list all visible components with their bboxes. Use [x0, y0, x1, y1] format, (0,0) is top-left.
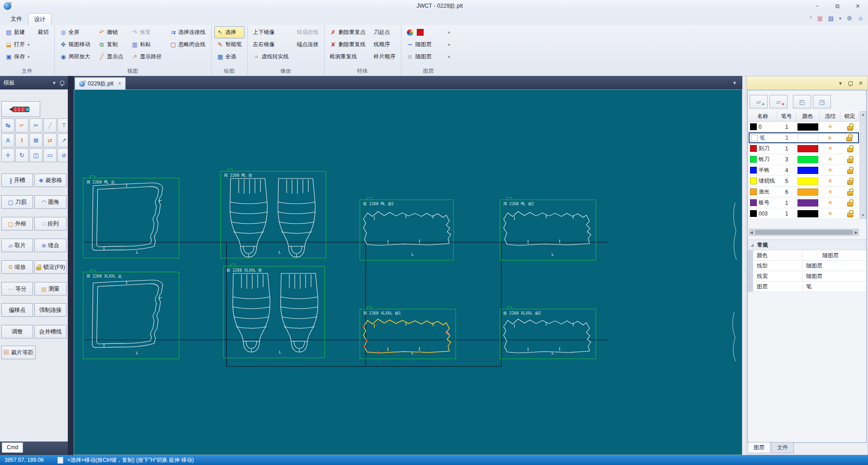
- to-polyline-button[interactable]: 转成折线: [294, 26, 321, 38]
- delete-layer-button[interactable]: ▱×: [769, 95, 788, 108]
- property-value[interactable]: 随图层: [802, 271, 866, 281]
- detect-dup-line-button[interactable]: 检测重复线: [327, 51, 368, 63]
- image-caret-icon[interactable]: ▾: [839, 16, 841, 21]
- pattern-piece[interactable]: [232, 273, 270, 352]
- layer-color-button[interactable]: ▾: [404, 26, 453, 38]
- tab-files[interactable]: 文件: [771, 442, 794, 453]
- selected-pattern-piece[interactable]: [363, 319, 451, 353]
- layout-icon[interactable]: ▦: [817, 15, 822, 21]
- divide-equally-button[interactable]: ⋯ 等分: [1, 282, 33, 296]
- freeze-icon[interactable]: ✳: [828, 199, 833, 206]
- delete-piece-tool-button[interactable]: ⊠: [29, 133, 42, 147]
- pattern-piece[interactable]: [92, 280, 163, 348]
- pan-view-button[interactable]: ✥ 视图移动: [57, 38, 93, 51]
- endpoint-connect-button[interactable]: 端点连接: [294, 38, 321, 51]
- pattern-piece[interactable]: [504, 211, 591, 245]
- scroll-left-icon[interactable]: ◀: [749, 230, 754, 235]
- pattern-piece[interactable]: [278, 178, 316, 257]
- open-button[interactable]: ⬓ 打开 ▾: [3, 38, 33, 51]
- tab-list-chevron-icon[interactable]: ▼: [732, 80, 737, 85]
- freeze-icon[interactable]: ✳: [828, 210, 833, 217]
- unlock-icon[interactable]: [847, 159, 853, 163]
- redo-button[interactable]: ↷ 恢复: [129, 26, 165, 38]
- mirror-tool-button[interactable]: ◫: [29, 148, 42, 162]
- stitch-button[interactable]: ≋ 缝合: [34, 239, 66, 252]
- show-path-button[interactable]: ↗ 显示路径: [129, 51, 165, 63]
- layer-color-bar[interactable]: [797, 123, 818, 131]
- notch-tool-button[interactable]: ‖: [15, 133, 28, 147]
- settings-gear-icon[interactable]: ⚙: [847, 15, 852, 21]
- unlock-icon[interactable]: [847, 191, 853, 196]
- layer-color-bar[interactable]: [797, 167, 818, 174]
- collapse-ribbon-icon[interactable]: ^: [810, 16, 812, 21]
- drawing-canvas[interactable]: 周 2260 ML 总 周 2260 ML 前 前 2260 ML 袋1 周 2…: [74, 89, 742, 455]
- scale-button[interactable]: ⧉ 缩放: [1, 260, 33, 274]
- pencil-tool-button[interactable]: [1, 101, 40, 117]
- document-tab-close-icon[interactable]: ×: [118, 80, 121, 87]
- scroll-down-icon[interactable]: ▼: [861, 212, 865, 218]
- slot-button[interactable]: ∥ 开槽: [1, 174, 33, 187]
- cmd-tab[interactable]: Cmd: [2, 442, 23, 453]
- rectangle-tool-button[interactable]: ▭: [43, 148, 57, 162]
- layer-row[interactable]: 缝纫线 5 ✳: [749, 176, 859, 187]
- image-icon[interactable]: ▨: [828, 15, 834, 21]
- layer-color-bar[interactable]: [797, 145, 818, 152]
- cut-curve-tool-button[interactable]: ✃: [15, 118, 28, 132]
- import-layers-button[interactable]: ◰: [793, 95, 811, 108]
- rotate-tool-button[interactable]: ↻: [15, 148, 28, 162]
- freeze-icon[interactable]: ✳: [828, 188, 833, 195]
- freeze-icon[interactable]: ✳: [828, 123, 833, 130]
- panel-pin-icon[interactable]: [60, 81, 64, 85]
- layer-color-bar[interactable]: [797, 199, 818, 207]
- new-button[interactable]: ▤ 新建: [3, 26, 33, 38]
- layer-color-bar[interactable]: [797, 188, 818, 196]
- user-icon[interactable]: ☺: [858, 15, 863, 21]
- layer-linewidth-button[interactable]: ≣ 随图层 ▾: [404, 51, 453, 63]
- app-logo-icon[interactable]: [4, 2, 11, 10]
- offset-point-button[interactable]: 偏移点: [1, 303, 33, 317]
- merge-slot-line-button[interactable]: 合并槽线: [34, 325, 66, 338]
- unlock-icon[interactable]: [847, 213, 853, 217]
- layer-row[interactable]: 0 1 ✳: [749, 122, 859, 132]
- freeze-icon[interactable]: ✳: [827, 135, 832, 141]
- mirror-vertical-button[interactable]: 上下镜像: [250, 26, 292, 38]
- pattern-piece[interactable]: [363, 211, 451, 245]
- line-order-button[interactable]: 线顺序: [371, 38, 398, 51]
- layer-color-bar[interactable]: [797, 156, 818, 163]
- property-value[interactable]: 随图层: [802, 261, 866, 271]
- ignore-closed-line-button[interactable]: ▢ 忽略闭合线: [167, 38, 208, 51]
- smart-pen-button[interactable]: ✎ 智能笔: [214, 38, 245, 51]
- pattern-piece[interactable]: [504, 319, 591, 353]
- close-button[interactable]: ✕: [848, 0, 868, 12]
- swap-direction-tool-button[interactable]: ⇄: [43, 133, 57, 147]
- lock-f9-button[interactable]: 锁定(F9): [34, 260, 66, 274]
- select-connect-line-button[interactable]: ⇉ 选择连接线: [167, 26, 208, 38]
- knife-start-button[interactable]: 刀起点: [371, 26, 398, 38]
- knife-loss-button[interactable]: ▢ 刀损: [1, 195, 33, 209]
- outer-frame-button[interactable]: ▢ 外框: [1, 217, 33, 230]
- arrange-button[interactable]: ∷ 排列: [34, 217, 66, 230]
- panel-chevron-down-icon[interactable]: ▼: [52, 80, 57, 85]
- layer-color-bar[interactable]: [797, 210, 818, 217]
- property-value[interactable]: 笔: [802, 282, 866, 291]
- piece-order-button[interactable]: 样片顺序: [371, 51, 398, 63]
- scroll-right-icon[interactable]: ▶: [854, 230, 859, 235]
- freeze-icon[interactable]: ✳: [828, 178, 833, 184]
- layer-row[interactable]: 半铣 4 ✳: [749, 165, 859, 176]
- scissors-tool-button[interactable]: ✂: [29, 118, 42, 132]
- unlock-icon[interactable]: [846, 137, 852, 141]
- unlock-icon[interactable]: [847, 169, 853, 174]
- layer-row[interactable]: 003 1 ✳: [749, 208, 859, 219]
- add-layer-button[interactable]: ▱+: [750, 95, 768, 108]
- property-value[interactable]: 随图层: [802, 250, 866, 260]
- copy-button[interactable]: ⧉ 复制: [96, 38, 126, 51]
- layer-row[interactable]: 刻刀 1 ✳: [749, 143, 859, 154]
- tab-file-menu[interactable]: 文件: [5, 13, 27, 25]
- minimize-button[interactable]: −: [807, 0, 827, 12]
- adjust-button[interactable]: 调整: [1, 325, 33, 338]
- pattern-piece[interactable]: [92, 183, 163, 250]
- unlock-icon[interactable]: [847, 202, 853, 207]
- layer-row[interactable]: 板号 1 ✳: [749, 197, 859, 208]
- unlock-icon[interactable]: [847, 148, 853, 152]
- dash-to-solid-button[interactable]: ≈ 虚线转实线: [250, 51, 292, 63]
